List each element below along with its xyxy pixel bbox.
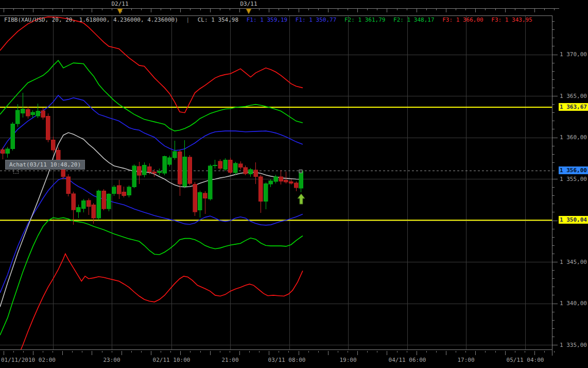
candle-body	[81, 200, 85, 208]
header-separator: |	[186, 16, 189, 23]
candle-body	[163, 156, 167, 173]
candle-body	[51, 140, 55, 150]
candle-body	[97, 191, 101, 218]
chart-canvas[interactable]	[0, 0, 588, 368]
candle-body	[264, 183, 268, 202]
band-line-f2-upper	[0, 60, 303, 131]
band-line-f2-lower	[0, 218, 303, 335]
time-axis-label: 05/11 04:00	[497, 357, 554, 363]
day-marker-label-d2: D2/11	[102, 1, 138, 7]
price-axis-label: 1 365,00	[560, 93, 587, 99]
trade-tooltip: Achat(03/11 10:48,20)	[5, 160, 85, 170]
plot-area[interactable]	[0, 15, 552, 354]
candle-body	[127, 187, 131, 195]
candle-body	[183, 157, 187, 187]
header-f1-lower: F1: 1 350,77	[296, 16, 336, 23]
candle-body	[92, 205, 96, 218]
header-f2-lower: F2: 1 348,17	[393, 16, 434, 23]
candle-body	[294, 183, 298, 188]
day-marker-label-d3: D3/11	[231, 1, 267, 7]
candle-body	[41, 111, 45, 118]
header-f3-lower: F3: 1 343,95	[491, 16, 532, 23]
price-tag-yellow-lower: 1 350,04	[559, 216, 588, 224]
price-tag-current: 1 356,00	[559, 166, 588, 174]
candle-body	[142, 165, 146, 175]
trading-chart-window: FIBB(XAU/USD, 20, 20, 1.618000, 4.236000…	[0, 0, 588, 368]
candle-body	[249, 170, 253, 174]
time-axis-label: 03/11 08:00	[258, 357, 315, 363]
candle-body	[284, 180, 288, 182]
candle-body	[172, 152, 177, 158]
candle-body	[6, 149, 10, 154]
band-line-f1-upper	[0, 95, 303, 153]
candle-body	[72, 194, 76, 210]
price-axis-label: 1 335,00	[560, 342, 587, 348]
candle-body	[31, 112, 35, 115]
band-line-f1-lower	[0, 178, 303, 293]
candle-body	[1, 149, 5, 153]
candle-body	[147, 166, 151, 172]
candle-body	[137, 166, 141, 176]
candle-body	[87, 200, 91, 207]
candle-body	[188, 157, 192, 184]
candle-body	[223, 160, 228, 170]
time-axis-label: 04/11 06:00	[379, 357, 436, 363]
buy-arrow-icon[interactable]	[298, 194, 305, 204]
candle-body	[152, 172, 157, 173]
candle-body	[269, 181, 273, 184]
candle-body	[208, 166, 212, 199]
time-axis-label: 17:00	[438, 357, 494, 363]
candle-body	[258, 177, 263, 202]
candle-body	[193, 184, 197, 212]
band-line-center	[0, 132, 303, 307]
candle-body	[112, 187, 116, 194]
candle-body	[26, 109, 30, 116]
candle-body	[11, 124, 15, 148]
candle-body	[117, 186, 121, 194]
candle-body	[122, 192, 126, 195]
candle-body	[102, 191, 106, 209]
order-box-icon[interactable]	[299, 170, 302, 173]
candle-body	[228, 160, 232, 172]
chart-header: FIBB(XAU/USD, 20, 20, 1.618000, 4.236000…	[4, 16, 537, 23]
price-axis-label: 1 370,00	[560, 51, 587, 58]
candle-body	[178, 152, 182, 184]
time-axis-label: 23:00	[83, 357, 140, 363]
time-axis-label: 01/11/2010 02:00	[1, 357, 58, 363]
candle-body	[36, 111, 40, 116]
indicator-title: FIBB(XAU/USD, 20, 20, 1.618000, 4.236000…	[4, 16, 178, 23]
candle-body	[76, 207, 80, 212]
time-axis-label: 21:00	[202, 357, 258, 363]
candle-body	[233, 163, 237, 173]
candle-body	[203, 193, 207, 198]
header-f2-upper: F2: 1 361,79	[344, 16, 385, 23]
candle-body	[198, 192, 202, 210]
time-axis-label: 19:00	[320, 357, 376, 363]
candle-body	[107, 194, 111, 209]
candle-body	[158, 171, 162, 173]
header-f1-upper: F1: 1 359,19	[247, 16, 287, 23]
candle-body	[15, 110, 20, 124]
price-axis-label: 1 355,00	[560, 176, 587, 182]
band-line-f3-upper	[0, 17, 303, 113]
time-axis-label: 02/11 10:00	[143, 357, 200, 363]
candle-body	[238, 164, 243, 168]
header-cl-value: CL: 1 354,98	[198, 16, 238, 23]
candle-body	[218, 161, 222, 169]
price-tag-yellow-upper: 1 363,67	[559, 103, 588, 111]
candle-body	[132, 166, 136, 187]
candle-body	[244, 168, 248, 174]
price-axis-label: 1 345,00	[560, 259, 587, 265]
candle-body	[46, 116, 50, 140]
candle-body	[274, 177, 278, 182]
candle-body	[167, 158, 171, 165]
candle-body	[289, 181, 293, 183]
header-f3-upper: F3: 1 366,00	[442, 16, 483, 23]
candle-body	[279, 177, 283, 181]
candle-body	[299, 171, 303, 188]
candle-body	[21, 109, 25, 113]
price-axis-label: 1 360,00	[560, 134, 587, 141]
candle-body	[254, 170, 258, 177]
day-separator-icon	[246, 9, 251, 14]
candle-body	[213, 165, 217, 166]
